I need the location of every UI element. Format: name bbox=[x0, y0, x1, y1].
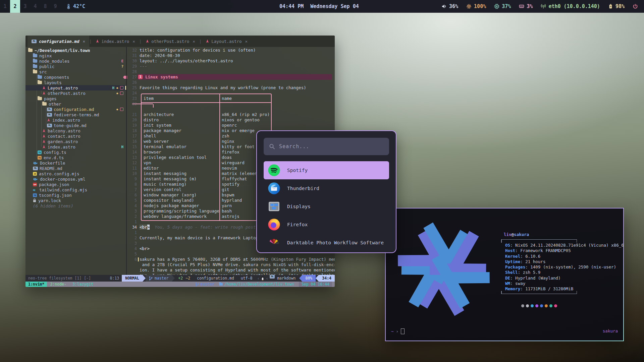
folder-icon bbox=[38, 75, 42, 79]
git-branch-icon bbox=[195, 282, 199, 287]
launcher-item-spotify[interactable]: Spotify bbox=[264, 161, 389, 179]
astro-icon bbox=[42, 129, 46, 133]
tree-item-Dockerfile[interactable]: Dockerfile bbox=[25, 160, 126, 166]
tree-item-config.ts[interactable]: TSconfig.ts bbox=[25, 149, 126, 155]
tree-item-env.d.ts[interactable]: TSenv.d.ts bbox=[25, 155, 126, 160]
tmux-statusbar: 1:nvim*2:node-3:lazygit master /home/liv… bbox=[25, 282, 335, 287]
tree-item-index.astro[interactable]: index.astro bbox=[25, 117, 126, 123]
git-diff-segment: +2 ~2 bbox=[175, 275, 194, 282]
tmux-datetime: Sep 04 16:44 bbox=[299, 282, 332, 287]
tab-otherPost.astro[interactable]: otherPost.astro× bbox=[142, 36, 199, 47]
tree-item-public[interactable]: public? bbox=[25, 64, 126, 69]
tree-item-README.md[interactable]: M↓README.md bbox=[25, 166, 126, 171]
module-cpu[interactable]: 37% bbox=[494, 3, 511, 9]
folder-icon bbox=[33, 59, 37, 63]
folder-open-icon bbox=[38, 97, 42, 100]
tree-item-yarn.lock[interactable]: yarn.lock bbox=[25, 198, 126, 203]
brightness-icon bbox=[466, 4, 472, 9]
nixos-logo bbox=[392, 217, 496, 321]
tab-configuration.md[interactable]: M↓configuration.md× bbox=[28, 36, 89, 47]
tree-item-docker-compose.yml[interactable]: docker-compose.yml bbox=[25, 176, 126, 182]
workspace-8[interactable]: 8 bbox=[40, 0, 50, 13]
tree-item-layouts[interactable]: layouts bbox=[25, 80, 126, 85]
tree-item-balcony.astro[interactable]: balcony.astro bbox=[25, 128, 126, 133]
launcher-item-thunderbird[interactable]: Thunderbird bbox=[264, 179, 389, 197]
markdown-icon: M↓ bbox=[33, 167, 38, 170]
folder-icon bbox=[33, 65, 37, 68]
code-line: 29--- bbox=[127, 64, 333, 69]
tree-item-astro.config.mjs[interactable]: JSastro.config.mjs bbox=[25, 171, 126, 176]
code-line: 28 bbox=[127, 69, 333, 74]
modified-dot: ● bbox=[116, 108, 118, 111]
launcher-item-firefox[interactable]: Firefox bbox=[264, 216, 389, 234]
markdown-icon: M↓ bbox=[32, 40, 37, 43]
memory-icon bbox=[519, 4, 524, 9]
tree-item-configuration.md[interactable]: M↓configuration.md● bbox=[25, 107, 126, 112]
launcher-item-darktable-photo-workflow-software[interactable]: Darktable Photo Workflow Software bbox=[264, 234, 389, 252]
tree-item-Layout.astro[interactable]: Layout.astroH● bbox=[25, 85, 126, 90]
close-icon[interactable]: × bbox=[245, 39, 248, 44]
tree-item-fediverse-terms.md[interactable]: M↓fediverse-terms.md bbox=[25, 112, 126, 117]
app-launcher[interactable]: Search... SpotifyThunderbirdDisplaysFire… bbox=[256, 130, 396, 253]
module-brightness[interactable]: 100% bbox=[466, 3, 486, 9]
tree-item-otherPost.astro[interactable]: otherPost.astro● bbox=[25, 90, 126, 96]
workspace-switcher: 123489 bbox=[0, 0, 60, 13]
workspace-3[interactable]: 3 bbox=[20, 0, 30, 13]
code-line: 21architecturex86_64 (rip m2 pro) bbox=[127, 112, 333, 117]
tree-item-components[interactable]: components bbox=[25, 74, 126, 80]
tree-item-tsconfig.json[interactable]: TStsconfig.json bbox=[25, 192, 126, 198]
workspace-1[interactable]: 1 bbox=[0, 0, 10, 13]
workspace-2[interactable]: 2 bbox=[10, 0, 20, 13]
module-power[interactable] bbox=[633, 4, 638, 9]
module-battery[interactable]: 98% bbox=[608, 3, 625, 9]
split-divider[interactable] bbox=[126, 47, 127, 275]
linux-penguin-icon bbox=[261, 276, 264, 281]
code-line: 25Favorite things regarding Linux and my… bbox=[127, 85, 333, 90]
workspace-9[interactable]: 9 bbox=[50, 0, 60, 13]
launcher-item-displays[interactable]: Displays bbox=[264, 197, 389, 216]
module-volume[interactable]: 36% bbox=[441, 3, 458, 9]
search-icon bbox=[269, 143, 275, 149]
tree-item-pages[interactable]: pages bbox=[25, 96, 126, 101]
tree-item--Development-liv.town[interactable]: ~/Development/liv.town bbox=[25, 48, 126, 53]
tmux-window-3-lazygit[interactable]: 3:lazygit bbox=[69, 282, 96, 287]
module-network[interactable]: eth0 (10.0.0.140) bbox=[541, 3, 600, 9]
module-memory[interactable]: 3% bbox=[519, 3, 533, 9]
tree-item-other[interactable]: other bbox=[25, 101, 126, 107]
tree-item-tone-guide.md[interactable]: M↓tone-guide.md bbox=[25, 123, 126, 128]
tree-item-package.json[interactable]: npmpackage.json bbox=[25, 182, 126, 187]
tab-index.astro[interactable]: index.astro× bbox=[92, 36, 139, 47]
fetch-info-row: DE: Hyprland (Wayland) bbox=[505, 276, 624, 281]
close-icon[interactable]: × bbox=[193, 39, 195, 44]
search-input[interactable]: Search... bbox=[264, 138, 389, 155]
tmux-window-1-nvim-[interactable]: 1:nvim* bbox=[25, 282, 47, 287]
tree-item-src[interactable]: src bbox=[25, 69, 126, 74]
tree-item-tailwind.config.mjs[interactable]: ≈tailwind.config.mjs bbox=[25, 187, 126, 192]
fetch-info-row: Shell: zsh 5.9 bbox=[505, 270, 624, 275]
info-box-border-top bbox=[501, 239, 577, 240]
clock: 04:44 PM Wednesday Sep 04 bbox=[279, 3, 359, 9]
tab-Layout.astro[interactable]: Layout.astro× bbox=[202, 36, 252, 47]
folder-open-icon bbox=[28, 49, 33, 52]
displays-icon bbox=[268, 200, 280, 213]
tree-item--6-hidden-items-[interactable]: (6 hidden items) bbox=[25, 203, 126, 208]
code-line: 6sakura has a Ryzen 5 7640U, 32GB of DDR… bbox=[127, 257, 333, 262]
table-separator-artifact bbox=[132, 104, 153, 104]
close-icon[interactable]: × bbox=[132, 39, 135, 44]
tree-item-garden.astro[interactable]: garden.astro bbox=[25, 139, 126, 144]
shell-prompt[interactable]: ~ › bbox=[391, 328, 405, 334]
tree-item-contact.astro[interactable]: contact.astro bbox=[25, 133, 126, 139]
filetype-indicator: markdown bbox=[276, 275, 299, 282]
workspace-4[interactable]: 4 bbox=[30, 0, 40, 13]
code-line: ion. I have a setup consisting of Hyprla… bbox=[127, 267, 333, 273]
mode-indicator: NORMAL bbox=[122, 275, 143, 282]
tree-item-node-modules[interactable]: node_modulesE bbox=[25, 58, 126, 64]
fastfetch-terminal[interactable]: liv@sakura OS: NixOS 24.11.20240828.71e9… bbox=[385, 208, 624, 341]
markdown-icon: M↓ bbox=[270, 275, 275, 279]
tmux-window-2-node-[interactable]: 2:node- bbox=[47, 282, 69, 287]
cpu-icon bbox=[494, 4, 499, 9]
tree-item-nginx[interactable]: nginx bbox=[25, 53, 126, 58]
tree-item-index.astro[interactable]: index.astroH bbox=[25, 144, 126, 149]
lock-icon bbox=[33, 198, 36, 202]
close-icon[interactable]: × bbox=[83, 39, 85, 44]
